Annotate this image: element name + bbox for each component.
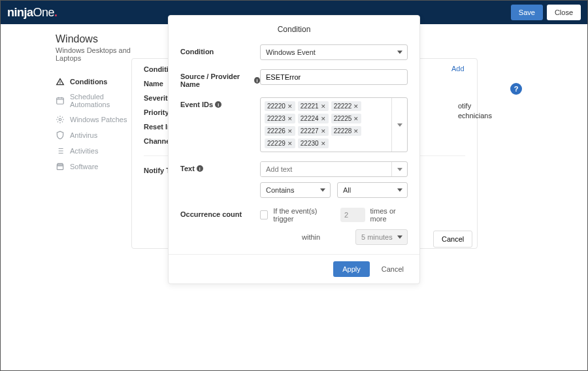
close-icon[interactable]: ✕ (287, 116, 293, 122)
shield-icon (56, 131, 65, 140)
condition-label: Condition (180, 44, 260, 56)
event-id-tag: 22220✕ (265, 101, 295, 111)
info-icon[interactable]: i (254, 77, 260, 84)
logo-dot: . (54, 6, 57, 19)
logo: ninjaOne. (7, 6, 57, 20)
condition-modal: Condition Condition Windows Event Source… (168, 15, 420, 284)
event-ids-tagbox[interactable]: 22220✕22221✕22222✕22223✕22224✕22225✕2222… (260, 97, 408, 152)
event-id-tag: 22223✕ (265, 114, 295, 123)
info-icon[interactable]: i (215, 101, 221, 108)
occurrence-label: Occurrence count (180, 207, 260, 218)
event-id-tag: 22228✕ (331, 126, 362, 136)
close-button[interactable]: Close (547, 5, 581, 20)
list-icon (56, 146, 65, 155)
sidebar-item-label: Software (70, 163, 98, 170)
event-id-tag: 22222✕ (331, 101, 362, 111)
sidebar-item-label: Scheduled Automations (70, 93, 138, 108)
event-id-tag: 22226✕ (265, 126, 295, 136)
topbar-actions: Save Close (511, 5, 581, 20)
save-button[interactable]: Save (511, 5, 543, 20)
left-column: Windows Windows Desktops and Laptops Con… (1, 24, 138, 370)
close-icon[interactable]: ✕ (321, 140, 326, 147)
occurrence-text: If the event(s) trigger (273, 207, 330, 223)
modal-footer: Apply Cancel (169, 254, 419, 283)
calendar-icon (56, 96, 65, 105)
page-title: Windows (56, 33, 138, 45)
close-icon[interactable]: ✕ (321, 103, 326, 110)
info-icon[interactable]: i (197, 165, 203, 172)
occurrence-count-input: 2 (340, 208, 365, 222)
sidebar-item-label: Antivirus (70, 131, 97, 139)
close-icon[interactable]: ✕ (287, 103, 293, 110)
package-icon (56, 162, 65, 171)
text-input[interactable] (261, 162, 391, 176)
sidebar-item-label: Activities (70, 147, 98, 155)
page-subtitle: Windows Desktops and Laptops (56, 46, 138, 62)
event-id-tag: 22224✕ (298, 114, 329, 123)
add-link[interactable]: Add (451, 65, 465, 73)
text-label: Text i (180, 161, 260, 172)
chevron-down-icon[interactable] (391, 162, 407, 176)
alert-icon (56, 77, 65, 86)
svg-rect-2 (57, 165, 63, 170)
cancel-button[interactable]: Cancel (375, 261, 410, 277)
text-input-wrap (260, 161, 408, 177)
text-match-select[interactable]: Contains (260, 182, 331, 198)
occurrence-window-select: 5 minutes (355, 229, 408, 245)
event-id-tag: 22229✕ (265, 138, 295, 148)
event-id-tag: 22230✕ (298, 138, 329, 148)
right-fragment: otify echnicians (458, 101, 492, 121)
logo-suffix: One (33, 6, 55, 19)
svg-point-1 (59, 118, 61, 121)
close-icon[interactable]: ✕ (353, 116, 359, 122)
card-cancel-button[interactable]: Cancel (433, 231, 472, 248)
event-id-tag: 22221✕ (298, 101, 329, 111)
sidebar-item-scheduled-automations[interactable]: Scheduled Automations (56, 89, 138, 112)
close-icon[interactable]: ✕ (287, 140, 293, 147)
sidebar-item-antivirus[interactable]: Antivirus (56, 127, 138, 143)
text-scope-select[interactable]: All (337, 182, 408, 198)
card-footer: Cancel (433, 231, 472, 248)
sidebar-item-conditions[interactable]: Conditions (56, 74, 138, 89)
sidebar-nav: Conditions Scheduled Automations Windows… (56, 74, 138, 174)
svg-rect-0 (57, 98, 64, 104)
source-input[interactable] (260, 69, 408, 85)
occurrence-checkbox[interactable] (260, 210, 268, 219)
source-label: Source / Provider Name i (180, 69, 260, 88)
sidebar-item-label: Conditions (70, 78, 107, 86)
event-id-tag: 22225✕ (331, 114, 362, 123)
close-icon[interactable]: ✕ (287, 128, 293, 135)
apply-button[interactable]: Apply (333, 261, 370, 277)
occurrence-text: times or more (370, 207, 408, 223)
sidebar-item-activities[interactable]: Activities (56, 143, 138, 159)
chevron-down-icon[interactable] (391, 98, 407, 152)
modal-title: Condition (169, 16, 419, 43)
close-icon[interactable]: ✕ (321, 128, 326, 135)
help-icon[interactable]: ? (510, 83, 522, 95)
sidebar-item-label: Windows Patches (70, 116, 127, 123)
event-id-tag: 22227✕ (298, 126, 329, 136)
sidebar-item-software[interactable]: Software (56, 159, 138, 174)
eventids-label: Event IDs i (180, 97, 260, 108)
close-icon[interactable]: ✕ (353, 128, 359, 135)
sidebar-item-windows-patches[interactable]: Windows Patches (56, 112, 138, 127)
occurrence-within-label: within (302, 233, 320, 241)
logo-main: ninja (7, 6, 33, 19)
close-icon[interactable]: ✕ (353, 103, 359, 110)
patch-icon (56, 115, 65, 124)
close-icon[interactable]: ✕ (321, 116, 326, 122)
condition-select[interactable]: Windows Event (260, 44, 408, 60)
